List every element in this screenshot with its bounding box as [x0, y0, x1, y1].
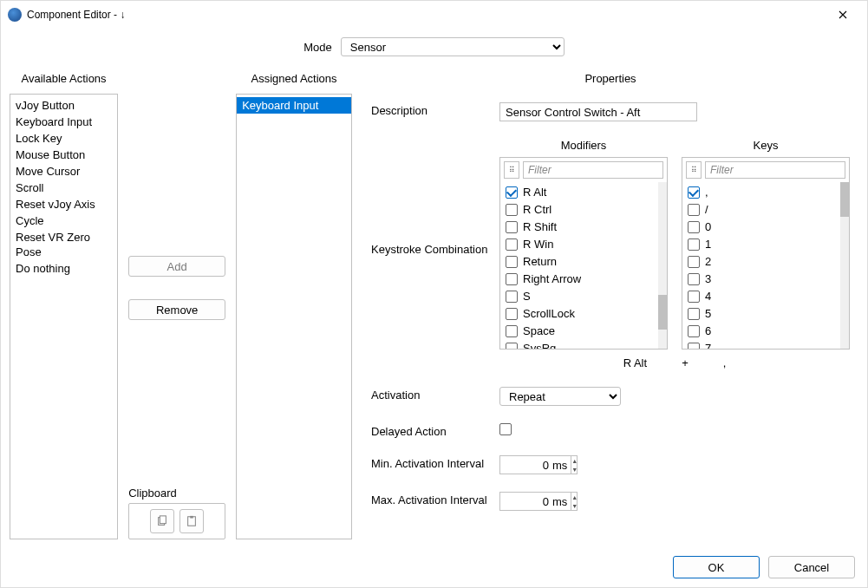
- checkbox-icon[interactable]: [688, 273, 700, 285]
- key-item[interactable]: 6: [682, 323, 849, 340]
- checkbox-checked-icon[interactable]: [506, 186, 518, 199]
- checkbox-icon[interactable]: [688, 291, 700, 303]
- app-icon: [8, 8, 22, 22]
- min-interval-spinner[interactable]: ms ▲▼: [499, 455, 578, 474]
- spinner-up-icon[interactable]: ▲: [571, 456, 578, 465]
- key-item[interactable]: 3: [682, 271, 849, 288]
- max-interval-input[interactable]: [500, 495, 552, 508]
- list-item[interactable]: Do nothing: [10, 260, 117, 277]
- list-item[interactable]: Reset VR Zero Pose: [10, 229, 117, 260]
- modifier-item[interactable]: Return: [500, 253, 667, 271]
- checkbox-icon[interactable]: [688, 238, 700, 251]
- description-input[interactable]: [499, 102, 697, 121]
- checkbox-icon[interactable]: [506, 204, 518, 216]
- checkbox-icon[interactable]: [688, 221, 700, 233]
- combo-plus-text: +: [682, 356, 689, 369]
- key-item[interactable]: 5: [682, 305, 849, 323]
- delayed-checkbox[interactable]: [499, 423, 512, 435]
- modifier-item[interactable]: S: [500, 288, 667, 305]
- spinner-down-icon[interactable]: ▼: [571, 501, 578, 510]
- available-actions-header: Available Actions: [10, 72, 118, 85]
- key-item[interactable]: 1: [682, 236, 849, 253]
- drag-handle-icon[interactable]: ⠿: [504, 161, 519, 179]
- scrollbar-thumb[interactable]: [840, 182, 849, 217]
- clipboard-label: Clipboard: [128, 487, 225, 500]
- modifier-item[interactable]: R Alt: [500, 184, 667, 201]
- modifier-item[interactable]: Right Arrow: [500, 271, 667, 288]
- drag-handle-icon[interactable]: ⠿: [686, 161, 702, 179]
- available-actions-list[interactable]: vJoy Button Keyboard Input Lock Key Mous…: [10, 94, 118, 539]
- min-interval-row: Min. Activation Interval ms ▲▼: [371, 455, 850, 474]
- modifier-item[interactable]: SysRq: [500, 340, 667, 349]
- modifier-item[interactable]: Space: [500, 323, 667, 340]
- list-item[interactable]: Keyboard Input: [10, 114, 117, 130]
- remove-button[interactable]: Remove: [128, 299, 225, 320]
- component-editor-window: Component Editor - ↓ Mode Sensor Availab…: [0, 0, 868, 588]
- key-item[interactable]: /: [682, 201, 849, 219]
- available-actions-column: Available Actions vJoy Button Keyboard I…: [10, 72, 118, 539]
- checkbox-icon[interactable]: [688, 256, 700, 268]
- key-item[interactable]: 2: [682, 253, 849, 271]
- checkbox-icon[interactable]: [506, 308, 518, 320]
- activation-row: Activation Repeat: [371, 387, 850, 406]
- list-item[interactable]: Cycle: [10, 212, 117, 229]
- list-item[interactable]: Move Cursor: [10, 163, 117, 180]
- key-item[interactable]: 7: [682, 340, 849, 349]
- modifiers-filter-input[interactable]: [523, 161, 663, 179]
- dialog-footer: OK Cancel: [673, 556, 855, 578]
- keys-filter-input[interactable]: [705, 161, 845, 179]
- checkbox-icon[interactable]: [506, 325, 518, 337]
- modifier-item[interactable]: R Ctrl: [500, 201, 667, 219]
- delayed-row: Delayed Action: [371, 423, 850, 438]
- list-item[interactable]: Keyboard Input: [237, 97, 351, 114]
- ok-button[interactable]: OK: [673, 556, 760, 578]
- properties-body: Description Keystroke Combination Modifi…: [362, 94, 858, 511]
- mode-label: Mode: [303, 41, 332, 54]
- key-item[interactable]: ,: [682, 184, 849, 201]
- activation-select[interactable]: Repeat: [499, 387, 621, 406]
- modifier-item[interactable]: R Shift: [500, 219, 667, 236]
- paste-icon: [186, 515, 198, 527]
- assigned-actions-header: Assigned Actions: [236, 72, 352, 85]
- modifiers-header: Modifiers: [499, 139, 668, 152]
- min-interval-input[interactable]: [500, 459, 552, 472]
- close-button[interactable]: [826, 3, 860, 27]
- key-item[interactable]: 0: [682, 219, 849, 236]
- checkbox-checked-icon[interactable]: [688, 186, 700, 199]
- list-item[interactable]: vJoy Button: [10, 97, 117, 114]
- checkbox-icon[interactable]: [688, 343, 700, 349]
- spinner-up-icon[interactable]: ▲: [571, 493, 578, 501]
- max-interval-spinner[interactable]: ms ▲▼: [499, 492, 578, 511]
- keystroke-combo-display: R Alt + ,: [499, 356, 850, 369]
- checkbox-icon[interactable]: [506, 273, 518, 285]
- properties-column: Properties Description Keystroke Combina…: [362, 72, 858, 539]
- list-item[interactable]: Scroll: [10, 180, 117, 196]
- scrollbar-thumb[interactable]: [658, 295, 667, 330]
- keys-list[interactable]: , / 0 1 2 3 4 5 6 7: [682, 182, 849, 349]
- list-item[interactable]: Mouse Button: [10, 147, 117, 163]
- scrollbar[interactable]: [840, 182, 849, 349]
- checkbox-icon[interactable]: [688, 308, 700, 320]
- checkbox-icon[interactable]: [506, 221, 518, 233]
- key-item[interactable]: 4: [682, 288, 849, 305]
- scrollbar[interactable]: [658, 182, 667, 349]
- checkbox-icon[interactable]: [506, 238, 518, 251]
- list-item[interactable]: Reset vJoy Axis: [10, 196, 117, 212]
- copy-button[interactable]: [150, 509, 174, 533]
- checkbox-icon[interactable]: [506, 291, 518, 303]
- modifier-item[interactable]: R Win: [500, 236, 667, 253]
- window-title: Component Editor - ↓: [27, 9, 826, 21]
- checkbox-icon[interactable]: [506, 343, 518, 349]
- checkbox-icon[interactable]: [688, 325, 700, 337]
- spinner-down-icon[interactable]: ▼: [571, 465, 578, 474]
- assigned-actions-list[interactable]: Keyboard Input: [236, 94, 352, 539]
- modifier-item[interactable]: ScrollLock: [500, 305, 667, 323]
- list-item[interactable]: Lock Key: [10, 130, 117, 147]
- cancel-button[interactable]: Cancel: [768, 556, 855, 578]
- paste-button[interactable]: [179, 509, 204, 533]
- add-button[interactable]: Add: [128, 256, 225, 277]
- mode-select[interactable]: Sensor: [341, 37, 565, 56]
- modifiers-list[interactable]: R Alt R Ctrl R Shift R Win Return Right …: [500, 182, 667, 349]
- checkbox-icon[interactable]: [506, 256, 518, 268]
- checkbox-icon[interactable]: [688, 204, 700, 216]
